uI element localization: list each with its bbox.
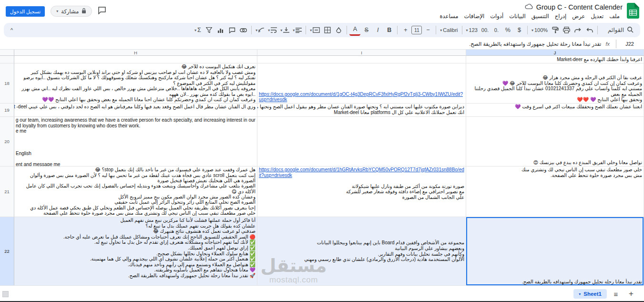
undo-button[interactable] xyxy=(584,24,595,36)
insert-link-button[interactable] xyxy=(238,24,249,36)
create-filter-button[interactable] xyxy=(204,24,215,36)
zoom-select[interactable]: 100% ▾ xyxy=(530,24,549,36)
row-header-21[interactable]: 21 xyxy=(0,167,14,217)
cell-I19[interactable]: ديزاين صورة مكتوب عليها انت مستني ايه ؟ … xyxy=(257,104,466,117)
column-header-H[interactable]: H xyxy=(14,50,257,56)
menu-file[interactable]: ملف xyxy=(606,12,623,20)
cell-J20[interactable]: تواصل معانا وخلي الفريق المبدع ده يبدع ف… xyxy=(466,117,644,167)
insert-comment-button[interactable] xyxy=(226,24,237,36)
cell-text-line: ونحقق بيها اعلي النتايج 💜 ❤️❤️ xyxy=(468,97,642,103)
menu-edit[interactable]: تعديل xyxy=(588,12,606,20)
cell-J19[interactable]: ابعتنا عشان نعملك الصح ونحققلك مبيعات اك… xyxy=(466,104,644,117)
name-box[interactable]: J22 xyxy=(618,41,641,47)
menu-insert[interactable]: إدراج xyxy=(552,12,570,20)
text-wrap-button[interactable]: ▾ xyxy=(266,24,278,36)
cell-text-line: تفتكر ليه ؟ ليه كتر ؟ هل عشان احنا شركة … xyxy=(16,75,256,86)
cell-text-line: مجموعة من الأشخاص واقفين قدام Board باين… xyxy=(259,240,464,246)
column-header-J[interactable]: J xyxy=(466,50,644,56)
menu-view[interactable]: عرض xyxy=(569,12,588,20)
increase-decimal-button[interactable]: .00 xyxy=(480,24,491,36)
brand-area: Group C - Content Calender ملفتعديلعرضإد… xyxy=(437,3,639,21)
borders-button[interactable] xyxy=(322,24,333,36)
sheet-tab-label: Sheet1 xyxy=(583,291,602,297)
cell-H[interactable] xyxy=(14,56,257,63)
text-color-button[interactable]: A xyxy=(349,24,360,36)
merge-cells-button[interactable]: ▾ xyxy=(308,24,321,36)
vertical-align-button[interactable]: ▾ xyxy=(279,24,291,36)
menu-help[interactable]: مساعدة xyxy=(437,12,461,20)
cell-H22[interactable]: أنا فاكر أول حملة عملتها فشلت لأننا كنا … xyxy=(14,217,257,285)
fill-color-button[interactable] xyxy=(333,24,344,36)
bold-button[interactable]: B xyxy=(384,24,395,36)
italic-button[interactable]: I xyxy=(372,24,383,36)
format-currency-button[interactable]: $ xyxy=(514,24,525,36)
number-format-button[interactable]: 123 ▾ xyxy=(465,24,479,36)
horizontal-align-button[interactable]: ▾ xyxy=(291,24,303,36)
sheet-tab[interactable]: Sheet1 ▾ xyxy=(573,289,607,299)
cell-text-line: وعرفت كمان ان كنت ان كمدي وحضرتكم كلنا ع… xyxy=(16,97,256,103)
cell-H20[interactable]: g our team, increasing awareness that we… xyxy=(14,117,257,167)
decrease-font-size-button[interactable]: − xyxy=(422,24,433,36)
cell-I22[interactable]: مجموعة من الأشخاص واقفين قدام Board باين… xyxy=(257,217,466,285)
format-percent-button[interactable]: % xyxy=(502,24,513,36)
cell-text-line: مش بس مجرد صورة حلوة تتحط علي الصفحة. xyxy=(468,173,642,178)
column-header-I[interactable]: I xyxy=(257,50,466,56)
svg-text:A: A xyxy=(258,29,261,33)
cell-text-line: وزي ال الفنان عشان مطر قال اعمل الصح وقع… xyxy=(16,104,256,110)
cell-H19[interactable]: وزي ال الفنان عشان مطر قال اعمل الصح وقع… xyxy=(14,104,257,117)
font-family-select[interactable]: Calibri ▾ xyxy=(439,24,459,36)
row-header-19[interactable]: 19 xyxy=(0,104,14,117)
menu-tools[interactable]: أدوات xyxy=(487,12,506,20)
insert-chart-button[interactable] xyxy=(215,24,226,36)
document-title[interactable]: Group C - Content Calender xyxy=(536,3,623,11)
sheets-logo-icon[interactable] xyxy=(627,3,639,21)
menu-data[interactable]: البيانات xyxy=(506,12,529,20)
cell-I20[interactable] xyxy=(257,117,466,167)
cell-I18[interactable]: https://docs.google.com/document/d/1gOC-… xyxy=(257,63,466,104)
cell-text-line: ديزاين صورة مكتوب عليها انت مستني ايه ؟ … xyxy=(259,104,464,110)
cell-text-line: تعرف انك هتكمل البوست ده للآخر 😂 xyxy=(16,64,256,70)
print-button[interactable] xyxy=(561,24,572,36)
cell-text-line: مع تصوير احترافي مع إضاءة دافئة وفوقه شع… xyxy=(259,189,464,195)
cell-text-line: ✅ هتواصل مع العملاء ونستمع منهم إلي رأيه… xyxy=(16,262,256,268)
cell-text-line: تقدر نبدأ معانا رحلة تحليل جمهورك واستهد… xyxy=(468,279,642,285)
grid-row-20: 20g our team, increasing awareness that … xyxy=(0,117,644,167)
search-icon xyxy=(627,26,634,34)
row-header-18[interactable]: 18 xyxy=(0,63,14,104)
cell-J22[interactable]: تقدر نبدأ معانا رحلة تحليل جمهورك واستهد… xyxy=(466,217,644,285)
cell-I[interactable] xyxy=(257,56,466,63)
increase-font-size-button[interactable]: + xyxy=(400,24,411,36)
comment-history-icon[interactable] xyxy=(98,6,106,16)
font-size-input[interactable]: 11 xyxy=(411,26,422,34)
text-rotation-button[interactable]: A ▾ xyxy=(254,24,266,36)
hide-menus-button[interactable]: ^ xyxy=(8,27,13,33)
menu-format[interactable]: التنسيق xyxy=(529,12,552,20)
add-sheet-button[interactable]: + xyxy=(625,289,637,299)
menus-search[interactable]: القوائم xyxy=(600,26,636,34)
cell-I21[interactable]: https://docs.google.com/document/d/1hGRt… xyxy=(257,167,466,217)
doc-link[interactable]: https://docs.google.com/document/d/1hGRt… xyxy=(259,167,464,178)
redo-button[interactable] xyxy=(572,24,583,36)
cell-H21[interactable]: هل عمرك وقفت عند صورة علي فيسبوك من غير … xyxy=(14,167,257,217)
row-header-partial[interactable] xyxy=(0,56,14,63)
cell-H18[interactable]: تعرف انك هتكمل البوست ده للآخر 😂ومش غصب … xyxy=(14,63,257,104)
sign-in-button[interactable]: تسجيل الدخول xyxy=(6,6,45,17)
cell-J[interactable]: اعرفنا وابدأ خطتك النهارده مع Market-dee… xyxy=(466,56,644,63)
doc-link[interactable]: https://docs.google.com/document/d/1gOC-… xyxy=(259,92,464,103)
scroll-corner[interactable] xyxy=(2,291,9,297)
formula-input[interactable]: تقدر نبدأ معانا رحلة تحليل جمهورك واستهد… xyxy=(3,41,601,47)
paint-format-button[interactable] xyxy=(550,24,561,36)
menu-addons[interactable]: الإضافات xyxy=(461,12,487,20)
share-button[interactable]: مشاركة ▾ xyxy=(51,6,92,17)
cell-J21[interactable]: خلي صور مطعمك تبقي سبب إن الناس تيجي لك … xyxy=(466,167,644,217)
doc-head: Group C - Content Calender ملفتعديلعرضإد… xyxy=(437,3,623,21)
row-header-22[interactable]: 22 xyxy=(0,217,14,285)
functions-button[interactable]: Σ ▾ xyxy=(192,24,203,36)
chevron-down-icon: ▾ xyxy=(268,28,270,32)
decrease-decimal-button[interactable]: .0 xyxy=(491,24,502,36)
strikethrough-button[interactable]: S xyxy=(361,24,372,36)
row-header-20[interactable]: 20 xyxy=(0,117,14,167)
cell-J18[interactable]: عرفت بقا أن الكتر في الرحله و مش مجرد هز… xyxy=(466,63,644,104)
all-sheets-icon[interactable]: ≡ xyxy=(610,290,622,298)
select-all-corner[interactable] xyxy=(0,50,14,56)
